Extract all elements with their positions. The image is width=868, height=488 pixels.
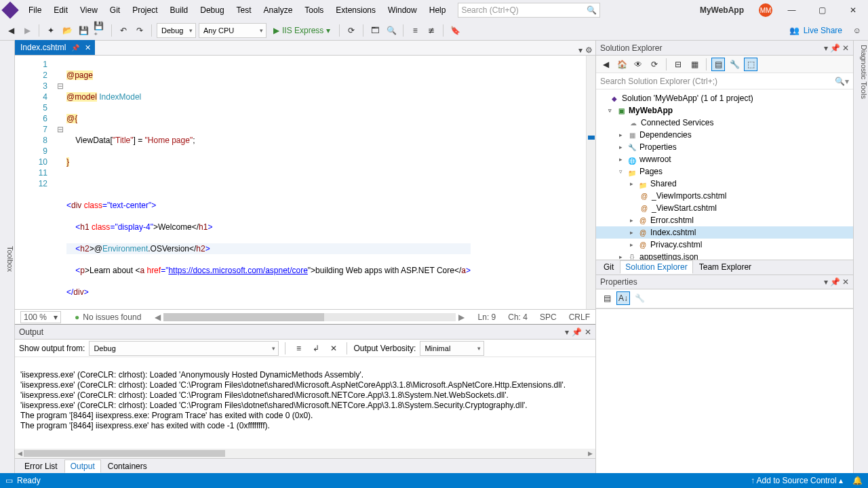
tab-error-list[interactable]: Error List xyxy=(19,460,63,472)
tab-settings-icon[interactable]: ⚙ xyxy=(585,45,593,55)
tree-viewimports[interactable]: _ViewImports.cshtml xyxy=(652,191,726,201)
subtab-solution-explorer[interactable]: Solution Explorer xyxy=(620,260,692,274)
browse-button[interactable]: 🗔 xyxy=(368,24,382,37)
diagnostic-tools-tab[interactable]: Diagnostic Tools xyxy=(853,41,868,473)
sol-preview-icon[interactable]: ▤ xyxy=(711,58,725,71)
save-all-button[interactable]: 💾⁺ xyxy=(93,24,106,37)
expand-icon[interactable]: ▿ xyxy=(606,107,614,114)
issues-status[interactable]: No issues found xyxy=(75,312,141,322)
config-dropdown[interactable]: Debug xyxy=(157,23,196,38)
indent-mode[interactable]: SPC xyxy=(540,312,557,322)
panel-pin-icon[interactable]: 📌 xyxy=(830,43,840,53)
add-source-control-button[interactable]: ↑ Add to Source Control ▴ xyxy=(751,476,843,485)
tree-props[interactable]: Properties xyxy=(639,142,677,152)
tree-pages[interactable]: Pages xyxy=(639,167,663,176)
start-debug-button[interactable]: ▶ IIS Express ▾ xyxy=(269,26,334,35)
bookmark-button[interactable]: 🔖 xyxy=(448,24,462,37)
live-share-button[interactable]: 👥 Live Share xyxy=(784,26,848,35)
nav-back-button[interactable]: ◀ xyxy=(4,24,18,37)
menu-debug[interactable]: Debug xyxy=(195,3,229,18)
global-search-input[interactable]: Search (Ctrl+Q) 🔍 xyxy=(458,3,600,18)
hscroll-left-icon[interactable]: ◀ xyxy=(155,312,161,322)
menu-extensions[interactable]: Extensions xyxy=(330,3,381,18)
tree-appsettings[interactable]: appsettings.json xyxy=(639,252,698,260)
output-indent-icon[interactable]: ≡ xyxy=(292,342,305,355)
menu-tools[interactable]: Tools xyxy=(299,3,329,18)
expand-icon[interactable]: ▸ xyxy=(627,180,635,187)
expand-icon[interactable]: ▸ xyxy=(616,253,625,260)
subtab-git[interactable]: Git xyxy=(599,261,618,273)
sol-back-icon[interactable]: ◀ xyxy=(599,58,612,71)
sol-sync-icon[interactable]: 👁 xyxy=(631,58,645,71)
expand-icon[interactable]: ▸ xyxy=(616,131,625,138)
zoom-dropdown[interactable]: 100 %▾ xyxy=(20,311,61,323)
find-button[interactable]: 🔍 xyxy=(384,24,398,37)
tab-output[interactable]: Output xyxy=(64,460,101,473)
expand-icon[interactable]: ▸ xyxy=(616,144,625,150)
tree-shared[interactable]: Shared xyxy=(650,179,677,188)
menu-test[interactable]: Test xyxy=(231,3,257,18)
tree-error[interactable]: Error.cshtml xyxy=(650,216,694,225)
tree-deps[interactable]: Dependencies xyxy=(639,130,692,140)
platform-dropdown[interactable]: Any CPU xyxy=(199,23,267,38)
menu-file[interactable]: File xyxy=(23,3,47,18)
solution-search-input[interactable]: Search Solution Explorer (Ctrl+;) 🔍▾ xyxy=(596,73,853,89)
code-editor[interactable]: 123 456 789 101112 ⊟ ⊟ @page @model Inde… xyxy=(15,56,595,309)
menu-window[interactable]: Window xyxy=(382,3,422,18)
refresh-button[interactable]: ⟳ xyxy=(344,24,358,37)
properties-grid[interactable] xyxy=(596,309,853,474)
panel-close-icon[interactable]: ✕ xyxy=(842,43,849,53)
sol-home-icon[interactable]: 🏠 xyxy=(615,58,629,71)
menu-git[interactable]: Git xyxy=(104,3,125,18)
user-avatar[interactable]: MM xyxy=(759,3,772,17)
tree-connected[interactable]: Connected Services xyxy=(641,118,713,127)
tree-wwwroot[interactable]: wwwroot xyxy=(639,155,671,164)
close-button[interactable]: ✕ xyxy=(837,0,868,20)
expand-icon[interactable]: ▸ xyxy=(627,217,635,224)
open-file-button[interactable]: 📂 xyxy=(60,24,74,37)
output-close-icon[interactable]: ✕ xyxy=(585,327,591,337)
menu-project[interactable]: Project xyxy=(127,3,163,18)
tree-project[interactable]: MyWebApp xyxy=(629,106,673,115)
pin-tab-icon[interactable]: 📌 xyxy=(71,44,79,52)
props-pin-icon[interactable]: 📌 xyxy=(830,277,840,287)
maximize-button[interactable]: ▢ xyxy=(807,0,837,20)
output-pin-icon[interactable]: 📌 xyxy=(572,327,582,337)
output-clear-icon[interactable]: ✕ xyxy=(327,342,340,355)
redo-button[interactable]: ↷ xyxy=(133,24,146,37)
expand-icon[interactable]: ▸ xyxy=(627,241,635,248)
uncomment-button[interactable]: ≢ xyxy=(425,24,438,37)
props-pages-icon[interactable]: 🔧 xyxy=(633,291,646,305)
file-tab-index[interactable]: Index.cshtml 📌 ✕ xyxy=(15,40,95,55)
panel-dropdown-icon[interactable]: ▾ xyxy=(824,43,828,53)
code-content[interactable]: @page @model IndexModel @{ ViewData["Tit… xyxy=(66,56,471,309)
nav-fwd-button[interactable]: ▶ xyxy=(20,24,34,37)
feedback-button[interactable]: ☺ xyxy=(850,24,864,37)
close-tab-icon[interactable]: ✕ xyxy=(85,43,91,52)
menu-help[interactable]: Help xyxy=(424,3,452,18)
expand-icon[interactable]: ▸ xyxy=(627,229,635,236)
eol-mode[interactable]: CRLF xyxy=(569,312,590,322)
expand-icon[interactable]: ▿ xyxy=(616,168,625,175)
sol-refresh-icon[interactable]: ⟳ xyxy=(648,58,661,71)
notifications-icon[interactable]: 🔔 xyxy=(852,476,863,485)
tab-containers[interactable]: Containers xyxy=(102,460,153,472)
menu-build[interactable]: Build xyxy=(165,3,194,18)
tab-overflow-icon[interactable]: ▾ xyxy=(578,45,583,55)
toolbox-tab[interactable]: Toolbox xyxy=(0,41,15,473)
output-text[interactable]: 'iisexpress.exe' (CoreCLR: clrhost): Loa… xyxy=(15,357,595,449)
sol-collapse-icon[interactable]: ⊟ xyxy=(671,58,685,71)
solution-tree[interactable]: ◆Solution 'MyWebApp' (1 of 1 project) ▿▣… xyxy=(596,89,853,260)
minimize-button[interactable]: — xyxy=(776,0,807,20)
menu-analyze[interactable]: Analyze xyxy=(258,3,298,18)
hscroll-right-icon[interactable]: ▶ xyxy=(458,312,465,322)
output-scrollbar[interactable]: ◀▶ xyxy=(15,449,595,458)
output-wrap-icon[interactable]: ↲ xyxy=(309,342,323,355)
props-dropdown-icon[interactable]: ▾ xyxy=(824,277,828,287)
sol-nest-icon[interactable]: ⬚ xyxy=(744,58,757,71)
new-project-button[interactable]: ✦ xyxy=(44,24,58,37)
verbosity-dropdown[interactable]: Minimal xyxy=(420,341,484,356)
output-source-dropdown[interactable]: Debug xyxy=(89,341,279,356)
undo-button[interactable]: ↶ xyxy=(117,24,130,37)
output-dropdown-icon[interactable]: ▾ xyxy=(565,327,569,337)
